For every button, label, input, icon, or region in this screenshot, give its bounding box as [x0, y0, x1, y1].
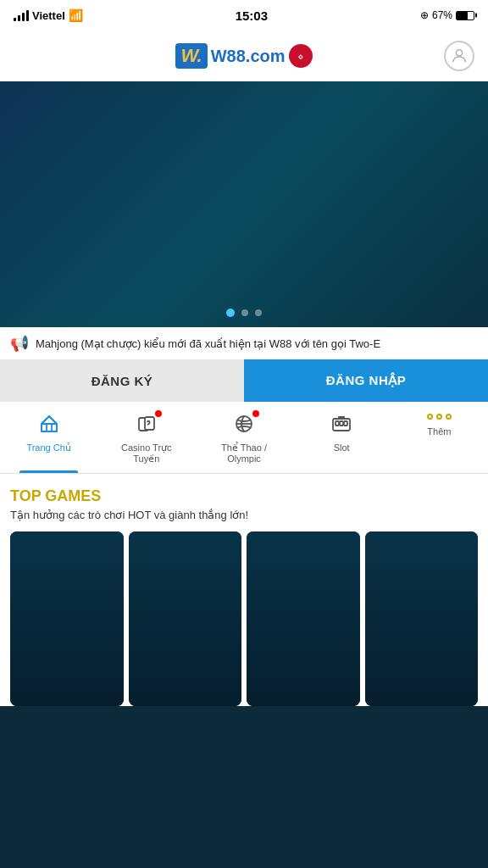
- user-avatar-button[interactable]: [444, 41, 474, 71]
- game-card-4[interactable]: 4: [365, 531, 479, 705]
- nav-tab-casino[interactable]: Casino TrựcTuyến: [97, 409, 195, 473]
- status-left: Viettel 📶: [14, 8, 83, 22]
- svg-rect-7: [340, 421, 343, 426]
- signal-icon: [14, 9, 29, 21]
- svg-rect-6: [336, 421, 339, 426]
- register-button[interactable]: ĐĂNG KÝ: [0, 359, 244, 402]
- logo-w-badge: W.: [175, 43, 207, 69]
- nav-tab-more-label: Thêm: [427, 426, 451, 437]
- crystal-palace-badge: ⬦: [289, 44, 313, 68]
- hero-banner: [0, 81, 488, 327]
- game-card-1[interactable]: 1: [10, 531, 124, 705]
- nav-tab-more[interactable]: Thêm: [391, 409, 488, 473]
- hero-dots: [226, 309, 262, 317]
- hero-dot-2[interactable]: [241, 309, 248, 316]
- carrier-label: Viettel: [32, 9, 65, 22]
- home-icon: [39, 414, 59, 439]
- svg-point-0: [456, 50, 462, 56]
- hero-dot-1[interactable]: [226, 309, 235, 317]
- more-icon: [427, 414, 452, 423]
- top-games-title: TOP GAMES: [10, 487, 478, 505]
- ticker-bar: 📢 Mahjong (Mạt chược) kiểu mới đã xuất h…: [0, 327, 488, 359]
- game-card-3[interactable]: 3: [247, 531, 360, 705]
- nav-tab-home-label: Trang Chủ: [26, 442, 70, 453]
- status-right: ⊕ 67%: [420, 9, 474, 21]
- auth-buttons: ĐĂNG KÝ ĐĂNG NHẬP: [0, 359, 488, 402]
- top-games-section: TOP GAMES Tận hưởng các trò chơi HOT và …: [0, 474, 488, 705]
- casino-icon: [136, 414, 157, 439]
- svg-rect-8: [344, 421, 347, 426]
- battery-percent: 67%: [432, 9, 452, 21]
- hero-dot-3[interactable]: [255, 309, 262, 316]
- nav-tab-sports-label: Thể Thao /Olympic: [221, 442, 267, 465]
- nav-tab-slot-label: Slot: [334, 442, 350, 453]
- battery-icon: [456, 11, 474, 20]
- wifi-icon: 📶: [69, 8, 83, 22]
- time-label: 15:03: [236, 8, 268, 23]
- header: W. W88.com ⬦: [0, 31, 488, 81]
- casino-badge: [155, 410, 162, 417]
- game-card-2[interactable]: 2: [129, 531, 242, 705]
- logo-text: W88.com: [211, 47, 286, 66]
- slot-icon: [331, 414, 352, 439]
- games-grid: 1 2 3 4: [10, 531, 478, 705]
- top-games-subtitle: Tận hưởng các trò chơi HOT và giành thắn…: [10, 509, 478, 521]
- status-bar: Viettel 📶 15:03 ⊕ 67%: [0, 0, 488, 31]
- login-button[interactable]: ĐĂNG NHẬP: [244, 359, 488, 402]
- nav-tab-casino-label: Casino TrựcTuyến: [121, 442, 172, 465]
- location-icon: ⊕: [420, 9, 429, 21]
- nav-tab-sports[interactable]: Thể Thao /Olympic: [195, 409, 292, 473]
- svg-rect-1: [42, 424, 57, 431]
- announcement-icon: 📢: [10, 334, 29, 353]
- logo: W. W88.com ⬦: [175, 43, 312, 69]
- sports-icon: [234, 414, 254, 439]
- nav-tabs: Trang Chủ Casino TrựcTuyến Thể Thao /O: [0, 402, 488, 474]
- sports-badge: [252, 410, 259, 417]
- ticker-text: Mahjong (Mạt chược) kiểu mới đã xuất hiệ…: [36, 337, 380, 350]
- nav-tab-home[interactable]: Trang Chủ: [0, 409, 97, 473]
- nav-tab-slot[interactable]: Slot: [293, 409, 391, 473]
